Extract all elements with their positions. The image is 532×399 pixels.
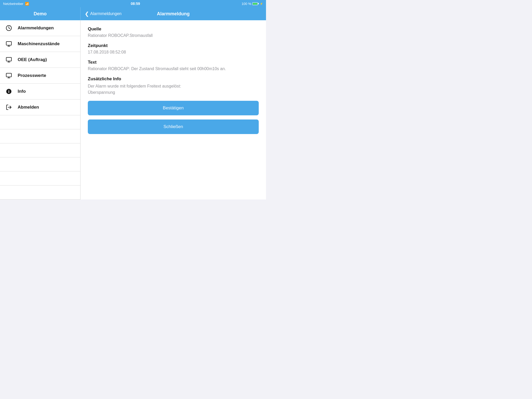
sidebar-spacer-4 [0, 157, 80, 171]
label-zeitpunkt: Zeitpunkt [88, 43, 259, 48]
chevron-left-icon: ❮ [85, 11, 89, 16]
main-layout: Alarmmeldungen Maschinenzustände [0, 20, 266, 200]
sidebar-item-prozesswerte[interactable]: Prozesswerte [0, 68, 80, 84]
status-time: 08:59 [131, 2, 140, 6]
sidebar-item-label: OEE (Auftrag) [18, 57, 47, 62]
schliessen-button[interactable]: Schließen [88, 119, 259, 134]
monitor-icon-3 [5, 72, 12, 79]
label-zusaetzliche-info: Zusätzliche Info [88, 76, 259, 82]
status-bar: Netzbetreiber 📶 08:59 100 % ⚡ [0, 0, 266, 7]
sidebar-item-label: Maschinenzustände [18, 41, 60, 46]
value-zeitpunkt: 17.08.2018 08:52:08 [88, 50, 259, 55]
sidebar-item-maschinenzustaende[interactable]: Maschinenzustände [0, 36, 80, 52]
sidebar-item-label: Abmelden [18, 105, 39, 110]
sidebar-item-label: Prozesswerte [18, 73, 46, 78]
sidebar-item-abmelden[interactable]: Abmelden [0, 99, 80, 115]
svg-rect-7 [6, 73, 11, 77]
battery-icon [252, 2, 258, 5]
label-quelle: Quelle [88, 26, 259, 32]
field-quelle: Quelle Rationator ROBOCAP.Stromausfall [88, 26, 259, 38]
svg-rect-4 [6, 57, 11, 61]
wifi-icon: 📶 [25, 2, 29, 6]
sidebar-spacer-1 [0, 115, 80, 129]
back-label: Alarmmeldungen [90, 11, 122, 16]
field-zeitpunkt: Zeitpunkt 17.08.2018 08:52:08 [88, 43, 259, 55]
detail-content: Quelle Rationator ROBOCAP.Stromausfall Z… [81, 20, 266, 200]
back-button[interactable]: ❮ Alarmmeldungen [85, 11, 122, 16]
value-zusaetzliche-info: Der Alarm wurde mit folgendem Freitext a… [88, 83, 259, 96]
page-title: Alarmmeldung [157, 11, 190, 17]
sidebar-header: Demo [0, 7, 81, 20]
sidebar-item-alarmmeldungen[interactable]: Alarmmeldungen [0, 20, 80, 36]
value-text: Rationator ROBOCAP: Der Zustand Stromaus… [88, 66, 259, 71]
main-nav-header: ❮ Alarmmeldungen Alarmmeldung [81, 7, 266, 20]
bestaetigen-button[interactable]: Bestätigen [88, 101, 259, 115]
sidebar: Alarmmeldungen Maschinenzustände [0, 20, 81, 200]
logout-icon [5, 104, 12, 111]
sidebar-spacer-6 [0, 185, 80, 200]
svg-rect-1 [6, 42, 11, 45]
sidebar-title: Demo [34, 11, 46, 17]
charging-icon: ⚡ [260, 2, 263, 5]
clock-icon [5, 24, 12, 32]
monitor-icon-2 [5, 56, 12, 63]
svg-point-11 [9, 90, 9, 91]
sidebar-spacer-2 [0, 129, 80, 143]
carrier-label: Netzbetreiber [3, 2, 23, 6]
sidebar-item-info[interactable]: Info [0, 84, 80, 99]
nav-bar: Demo ❮ Alarmmeldungen Alarmmeldung [0, 7, 266, 20]
label-text: Text [88, 60, 259, 65]
sidebar-spacer-3 [0, 143, 80, 157]
sidebar-item-label: Alarmmeldungen [18, 25, 54, 31]
monitor-icon [5, 40, 12, 48]
status-right: 100 % ⚡ [242, 2, 263, 6]
battery-percent: 100 % [242, 2, 251, 6]
sidebar-item-oee[interactable]: OEE (Auftrag) [0, 52, 80, 68]
field-text: Text Rationator ROBOCAP: Der Zustand Str… [88, 60, 259, 71]
sidebar-spacer-5 [0, 171, 80, 185]
value-quelle: Rationator ROBOCAP.Stromausfall [88, 33, 259, 38]
field-zusaetzliche-info: Zusätzliche Info Der Alarm wurde mit fol… [88, 76, 259, 96]
status-left: Netzbetreiber 📶 [3, 2, 29, 6]
info-icon [5, 88, 12, 95]
svg-rect-12 [9, 91, 9, 93]
sidebar-item-label: Info [18, 89, 26, 94]
